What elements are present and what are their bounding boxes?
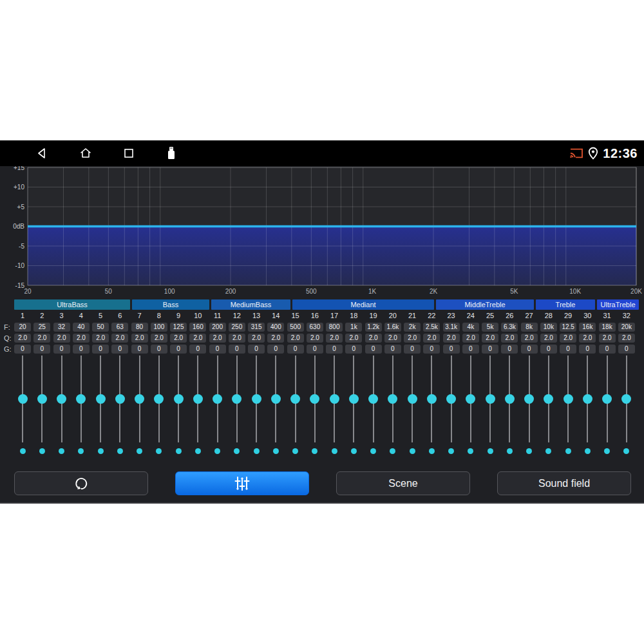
gain-chip[interactable]: 0 xyxy=(267,345,284,354)
gain-chip[interactable]: 0 xyxy=(53,345,70,354)
gain-chip[interactable]: 0 xyxy=(189,345,206,354)
freq-chip[interactable]: 5k xyxy=(482,323,498,332)
gain-chip[interactable]: 0 xyxy=(423,345,440,354)
slider-knob[interactable] xyxy=(349,394,359,404)
q-chip[interactable]: 2.0 xyxy=(540,334,557,343)
band-group-middletreble[interactable]: MiddleTreble xyxy=(436,299,534,310)
q-chip[interactable]: 2.0 xyxy=(53,334,70,343)
q-chip[interactable]: 2.0 xyxy=(111,334,128,343)
slider-knob[interactable] xyxy=(76,394,86,404)
gain-chip[interactable]: 0 xyxy=(482,345,498,354)
q-chip[interactable]: 2.0 xyxy=(345,334,362,343)
band-group-ultrabass[interactable]: UltraBass xyxy=(14,299,130,310)
gain-chip[interactable]: 0 xyxy=(151,345,167,354)
q-chip[interactable]: 2.0 xyxy=(462,334,479,343)
home-button[interactable] xyxy=(78,146,93,161)
slider-knob[interactable] xyxy=(583,394,592,404)
gain-chip[interactable]: 0 xyxy=(599,345,616,354)
slider-knob[interactable] xyxy=(96,394,106,404)
q-chip[interactable]: 2.0 xyxy=(501,334,518,343)
gain-chip[interactable]: 0 xyxy=(92,345,109,354)
freq-chip[interactable]: 160 xyxy=(189,323,206,332)
equalizer-button[interactable] xyxy=(175,471,309,495)
freq-chip[interactable]: 630 xyxy=(307,323,323,332)
gain-chip[interactable]: 0 xyxy=(365,345,382,354)
freq-chip[interactable]: 40 xyxy=(73,323,90,332)
freq-chip[interactable]: 200 xyxy=(209,323,226,332)
q-chip[interactable]: 2.0 xyxy=(14,334,31,343)
slider-knob[interactable] xyxy=(213,394,222,404)
freq-chip[interactable]: 400 xyxy=(267,323,284,332)
band-group-bass[interactable]: Bass xyxy=(132,299,209,310)
freq-chip[interactable]: 1k xyxy=(345,323,362,332)
freq-chip[interactable]: 250 xyxy=(229,323,245,332)
q-chip[interactable]: 2.0 xyxy=(151,334,167,343)
back-button[interactable] xyxy=(34,146,50,161)
gain-chip[interactable]: 0 xyxy=(111,345,128,354)
gain-chip[interactable]: 0 xyxy=(229,345,245,354)
slider-knob[interactable] xyxy=(408,394,417,404)
band-group-mediant[interactable]: Mediant xyxy=(292,299,434,310)
slider-knob[interactable] xyxy=(368,394,378,404)
freq-chip[interactable]: 6.3k xyxy=(501,323,518,332)
q-chip[interactable]: 2.0 xyxy=(443,334,460,343)
slider-knob[interactable] xyxy=(18,394,28,404)
gain-chip[interactable]: 0 xyxy=(14,345,31,354)
slider-knob[interactable] xyxy=(37,394,47,404)
slider-knob[interactable] xyxy=(310,394,319,404)
slider-knob[interactable] xyxy=(602,394,612,404)
gain-chip[interactable]: 0 xyxy=(248,345,265,354)
freq-chip[interactable]: 4k xyxy=(462,323,479,332)
slider-knob[interactable] xyxy=(193,394,203,404)
freq-chip[interactable]: 12.5 xyxy=(560,323,576,332)
slider-knob[interactable] xyxy=(486,394,495,404)
freq-chip[interactable]: 1.6k xyxy=(384,323,401,332)
freq-chip[interactable]: 8k xyxy=(521,323,538,332)
slider-knob[interactable] xyxy=(174,394,184,404)
slider-knob[interactable] xyxy=(57,394,66,404)
slider-knob[interactable] xyxy=(271,394,281,404)
gain-chip[interactable]: 0 xyxy=(443,345,460,354)
q-chip[interactable]: 2.0 xyxy=(131,334,148,343)
q-chip[interactable]: 2.0 xyxy=(189,334,206,343)
slider-knob[interactable] xyxy=(232,394,242,404)
q-chip[interactable]: 2.0 xyxy=(618,334,635,343)
gain-chip[interactable]: 0 xyxy=(404,345,421,354)
freq-chip[interactable]: 125 xyxy=(170,323,187,332)
gain-chip[interactable]: 0 xyxy=(521,345,538,354)
slider-knob[interactable] xyxy=(115,394,125,404)
q-chip[interactable]: 2.0 xyxy=(209,334,226,343)
slider-knob[interactable] xyxy=(466,394,475,404)
recents-button[interactable] xyxy=(121,146,137,161)
band-group-mediumbass[interactable]: MediumBass xyxy=(211,299,290,310)
gain-chip[interactable]: 0 xyxy=(73,345,90,354)
gain-chip[interactable]: 0 xyxy=(170,345,187,354)
freq-chip[interactable]: 3.1k xyxy=(443,323,460,332)
gain-chip[interactable]: 0 xyxy=(560,345,576,354)
freq-chip[interactable]: 18k xyxy=(599,323,616,332)
q-chip[interactable]: 2.0 xyxy=(423,334,440,343)
freq-chip[interactable]: 50 xyxy=(92,323,109,332)
freq-chip[interactable]: 25 xyxy=(33,323,50,332)
reset-button[interactable] xyxy=(14,471,148,495)
freq-chip[interactable]: 32 xyxy=(53,323,70,332)
q-chip[interactable]: 2.0 xyxy=(521,334,538,343)
slider-knob[interactable] xyxy=(252,394,261,404)
q-chip[interactable]: 2.0 xyxy=(287,334,304,343)
slider-knob[interactable] xyxy=(427,394,437,404)
freq-chip[interactable]: 20k xyxy=(618,323,635,332)
q-chip[interactable]: 2.0 xyxy=(365,334,382,343)
q-chip[interactable]: 2.0 xyxy=(579,334,596,343)
gain-chip[interactable]: 0 xyxy=(209,345,226,354)
gain-chip[interactable]: 0 xyxy=(384,345,401,354)
slider-knob[interactable] xyxy=(154,394,164,404)
scene-button[interactable]: Scene xyxy=(336,471,470,495)
q-chip[interactable]: 2.0 xyxy=(326,334,343,343)
gain-chip[interactable]: 0 xyxy=(579,345,596,354)
freq-chip[interactable]: 500 xyxy=(287,323,304,332)
band-group-ultratreble[interactable]: UltraTreble xyxy=(597,299,639,310)
slider-knob[interactable] xyxy=(524,394,534,404)
freq-chip[interactable]: 100 xyxy=(151,323,167,332)
gain-chip[interactable]: 0 xyxy=(540,345,557,354)
slider-knob[interactable] xyxy=(446,394,456,404)
